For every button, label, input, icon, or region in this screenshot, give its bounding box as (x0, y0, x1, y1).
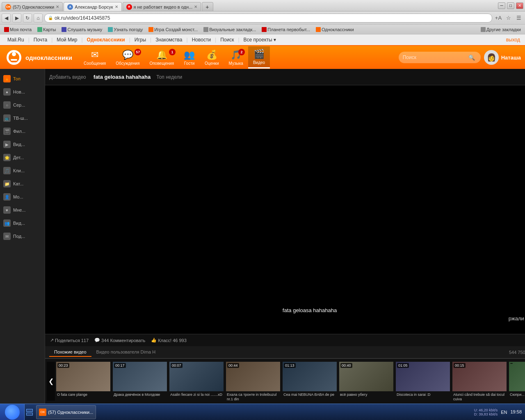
share-btn[interactable]: ↗ Поделиться 117 (50, 338, 89, 343)
tab-close-1[interactable]: ✕ (56, 5, 59, 9)
bookmark-favicon-game (148, 27, 153, 32)
navbar-moi-mir[interactable]: Мой Мир (54, 35, 80, 44)
thumb-2[interactable]: 00:17 Драка девчёнок в Молдове (113, 362, 167, 401)
thumb-8[interactable]: 00:15 Atunci când trebuie să dai tocul c… (452, 362, 507, 401)
language-indicator[interactable]: EN (501, 410, 507, 415)
sidebar-item-films[interactable]: 🎬 Фил... (0, 125, 45, 138)
taskbar-show-desktop[interactable] (25, 404, 34, 420)
sidebar-item-kids[interactable]: 🌟 Дет... (0, 151, 45, 164)
header-discussions[interactable]: 57 💬 Обсуждения (111, 47, 144, 68)
navbar-news[interactable]: Новости (189, 35, 213, 44)
bookmark-mail[interactable]: Моя почта (2, 27, 33, 32)
video-breadcrumb-add[interactable]: Добавить видео (49, 74, 86, 80)
sidebar-item-sub[interactable]: ✉ Под... (0, 230, 45, 243)
thumb-5-title: Cea mai NEBUNA BABA de pe (283, 391, 337, 398)
bookmark-favicon-mailru (4, 27, 9, 32)
header-music[interactable]: 2 🎵 Музыка (224, 47, 248, 68)
header-guests[interactable]: 👥 Гости (179, 47, 200, 68)
forward-btn[interactable]: ▶ (12, 14, 21, 23)
header-ratings[interactable]: 💰 Оценки (200, 47, 224, 68)
navbar-znakom[interactable]: Знакомства (153, 35, 185, 44)
comment-label: 344 Комментировать (101, 338, 145, 343)
sidebar-item-video[interactable]: ▶ Вид... (0, 138, 45, 151)
back-btn[interactable]: ◀ (2, 14, 11, 23)
sidebar-item-top[interactable]: ▲ Топ (0, 72, 45, 85)
maximize-btn[interactable]: □ (507, 2, 514, 9)
sidebar-item-vid2[interactable]: 👥 Вид... (0, 217, 45, 230)
sidebar-item-mo[interactable]: 👤 Мо... (0, 190, 45, 203)
class-btn[interactable]: 👍 Класс! 46 993 (151, 338, 187, 343)
zoom-icon[interactable]: +A (494, 14, 503, 23)
navbar-ok[interactable]: Одноклассники (84, 35, 128, 44)
ok-search-box[interactable]: 🔍 (399, 52, 481, 63)
video-player[interactable]: fata geloasa hahahaha ржали 4 часа (45, 85, 525, 334)
sidebar-new-label: Нов... (13, 89, 25, 94)
tab-label-1: (57) Одноклассники (13, 5, 54, 9)
star-icon[interactable]: ☆ (504, 14, 513, 23)
bookmark-planeta[interactable]: Планета первобыт... (260, 27, 312, 32)
header-messages[interactable]: ✉ Сообщения (79, 47, 111, 68)
header-video[interactable]: 🎬 Видео (248, 46, 270, 68)
tab-user-videos[interactable]: Видео пользователя Dima H (91, 348, 161, 357)
sidebar-item-tv[interactable]: 📺 ТВ-ш... (0, 112, 45, 125)
ok-navbar: Mail.Ru | Почта | Мой Мир | Одноклассник… (0, 34, 525, 46)
navbar-mailru[interactable]: Mail.Ru (5, 35, 27, 44)
navbar-all-projects[interactable]: Все проекты ▾ (241, 35, 278, 44)
video-title-display: fata geloasa hahahaha (94, 74, 151, 80)
thumb-9[interactable]: Сюпри... (509, 362, 525, 401)
thumb-8-title: Atunci când trebuie să dai tocul cuiva (452, 391, 507, 401)
header-guests-label: Гости (184, 61, 194, 66)
tab-close-3[interactable]: ✕ (194, 5, 197, 9)
main-content-row: ▲ Топ ● Нов... ○ Сер... 📺 ТВ-ш... 🎬 Фил.… (0, 69, 525, 404)
thumb-6[interactable]: 00:40 всё равно убегу (339, 362, 393, 401)
ok-user-area[interactable]: 👩 Наташа (484, 50, 521, 65)
thumbs-prev-btn[interactable]: ❮ (47, 362, 55, 401)
sidebar-item-new[interactable]: ● Нов... (0, 85, 45, 98)
sidebar-item-cats[interactable]: 📁 Кат... (0, 177, 45, 190)
thumb-3[interactable]: 00:07 Asalin fiecare zi si la noi ......… (169, 362, 224, 401)
sidebar-top-icon: ▲ (3, 75, 11, 82)
video-title-overlay: fata geloasa hahahaha (283, 307, 337, 313)
sidebar-item-series[interactable]: ○ Сер... (0, 98, 45, 112)
navbar-exit[interactable]: выход (506, 37, 520, 43)
sidebar-item-fav[interactable]: ♥ Мне... (0, 203, 45, 217)
thumb-1[interactable]: 00:23 O fata care plange (56, 362, 110, 401)
ok-logo[interactable] (4, 48, 24, 67)
thumb-5[interactable]: 01:13 Cea mai NEBUNA BABA de pe (283, 362, 337, 401)
bookmark-viz[interactable]: Визуальные закладк... (202, 27, 258, 32)
sidebar-item-clips[interactable]: 🎵 Кли... (0, 164, 45, 177)
thumb-4[interactable]: 00:44 Ехала са тронте in troleibuzul nr.… (226, 362, 280, 401)
comment-btn[interactable]: 💬 344 Комментировать (94, 338, 145, 343)
minimize-btn[interactable]: ─ (498, 2, 505, 9)
navbar-games[interactable]: Игры (132, 35, 148, 44)
taskbar-browser[interactable]: ОК (57) Одноклассники... (36, 405, 96, 419)
header-notifications[interactable]: 1 🔔 Оповещения (144, 47, 179, 68)
tab-similar-videos[interactable]: Похожие видео (49, 348, 91, 357)
bookmark-favicon-planeta (262, 27, 267, 32)
bookmark-other[interactable]: Другие закладки (479, 27, 523, 32)
tab-close-2[interactable]: ✕ (115, 5, 118, 9)
navbar-mail[interactable]: Почта (31, 35, 50, 44)
menu-icon[interactable]: ☰ (514, 14, 523, 23)
bookmark-game[interactable]: Игра Создай монст... (147, 27, 199, 32)
tab-alexander[interactable]: А Александр Борсук ✕ (64, 2, 121, 11)
home-btn[interactable]: ⌂ (34, 14, 43, 23)
tab-odnoklassniki[interactable]: ОК (57) Одноклассники ✕ (2, 2, 63, 11)
taskbar: ОК (57) Одноклассники... U: 46,20 kbit/s… (0, 404, 525, 420)
bookmark-music[interactable]: Слушать музыку (60, 27, 104, 32)
tab-new[interactable]: + (202, 2, 213, 11)
subheader-top-nedeli[interactable]: Топ недели (156, 74, 182, 80)
address-bar[interactable]: 🔒 ok.ru/video/16414345875 (44, 14, 492, 23)
navbar-search[interactable]: Поиск (218, 35, 236, 44)
sidebar-video-label: Вид... (13, 142, 25, 147)
class-icon: 👍 (151, 338, 157, 343)
bookmark-weather[interactable]: Узнать погоду (106, 27, 144, 32)
ok-search-input[interactable] (403, 55, 468, 60)
thumb-7[interactable]: 01:05 Discoteca in sarai :D (396, 362, 450, 401)
tab-yandex[interactable]: Я я не работает видео в одн... ✕ (123, 2, 201, 11)
start-button[interactable] (0, 404, 25, 420)
bookmark-maps[interactable]: Карты (36, 27, 57, 32)
reload-btn[interactable]: ↻ (23, 14, 32, 23)
bookmark-ok[interactable]: Одноклассники (314, 27, 356, 32)
close-btn[interactable]: ✕ (516, 2, 523, 9)
